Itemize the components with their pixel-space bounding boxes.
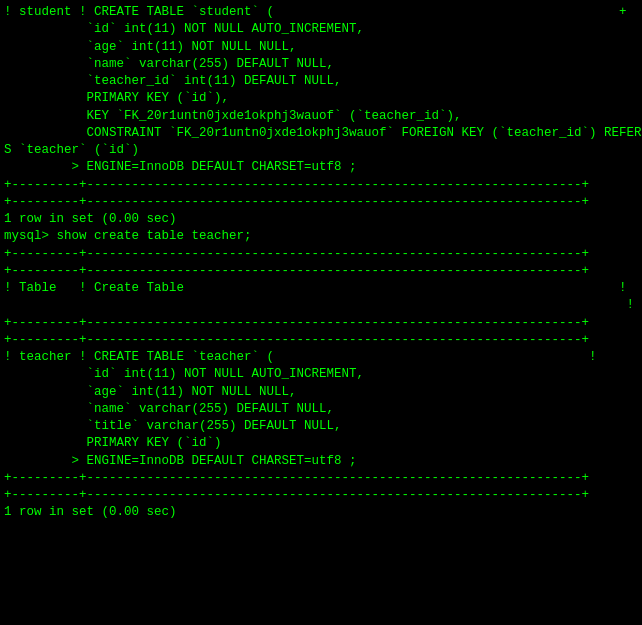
terminal-line: +---------+-----------------------------… xyxy=(0,194,642,211)
terminal-line: > ENGINE=InnoDB DEFAULT CHARSET=utf8 ; xyxy=(0,159,642,176)
terminal-line: `id` int(11) NOT NULL AUTO_INCREMENT, xyxy=(0,366,642,383)
terminal-line: > ENGINE=InnoDB DEFAULT CHARSET=utf8 ; xyxy=(0,453,642,470)
terminal-line: `age` int(11) NOT NULL NULL, xyxy=(0,39,642,56)
terminal-line: `title` varchar(255) DEFAULT NULL, xyxy=(0,418,642,435)
terminal-line: PRIMARY KEY (`id`) xyxy=(0,435,642,452)
terminal-line: mysql> show create table teacher; xyxy=(0,228,642,245)
terminal-window: ! student ! CREATE TABLE `student` ( + `… xyxy=(0,0,642,526)
terminal-line: 1 row in set (0.00 sec) xyxy=(0,504,642,521)
terminal-line: CONSTRAINT `FK_20r1untn0jxde1okphj3wauof… xyxy=(0,125,642,142)
terminal-line: +---------+-----------------------------… xyxy=(0,263,642,280)
terminal-line: +---------+-----------------------------… xyxy=(0,470,642,487)
terminal-line: `name` varchar(255) DEFAULT NULL, xyxy=(0,56,642,73)
terminal-line: `age` int(11) NOT NULL NULL, xyxy=(0,384,642,401)
terminal-line: S `teacher` (`id`) xyxy=(0,142,642,159)
terminal-line: +---------+-----------------------------… xyxy=(0,332,642,349)
terminal-line: PRIMARY KEY (`id`), xyxy=(0,90,642,107)
terminal-line: ! student ! CREATE TABLE `student` ( + xyxy=(0,4,642,21)
terminal-line: ! Table ! Create Table ! xyxy=(0,280,642,297)
terminal-line: +---------+-----------------------------… xyxy=(0,315,642,332)
terminal-line: ! xyxy=(0,297,642,314)
terminal-line: `id` int(11) NOT NULL AUTO_INCREMENT, xyxy=(0,21,642,38)
terminal-line: ! teacher ! CREATE TABLE `teacher` ( ! xyxy=(0,349,642,366)
terminal-line: KEY `FK_20r1untn0jxde1okphj3wauof` (`tea… xyxy=(0,108,642,125)
terminal-line: `name` varchar(255) DEFAULT NULL, xyxy=(0,401,642,418)
terminal-line: +---------+-----------------------------… xyxy=(0,246,642,263)
terminal-line: +---------+-----------------------------… xyxy=(0,487,642,504)
terminal-line: `teacher_id` int(11) DEFAULT NULL, xyxy=(0,73,642,90)
terminal-line: +---------+-----------------------------… xyxy=(0,177,642,194)
terminal-line: 1 row in set (0.00 sec) xyxy=(0,211,642,228)
terminal-output: ! student ! CREATE TABLE `student` ( + `… xyxy=(0,4,642,522)
